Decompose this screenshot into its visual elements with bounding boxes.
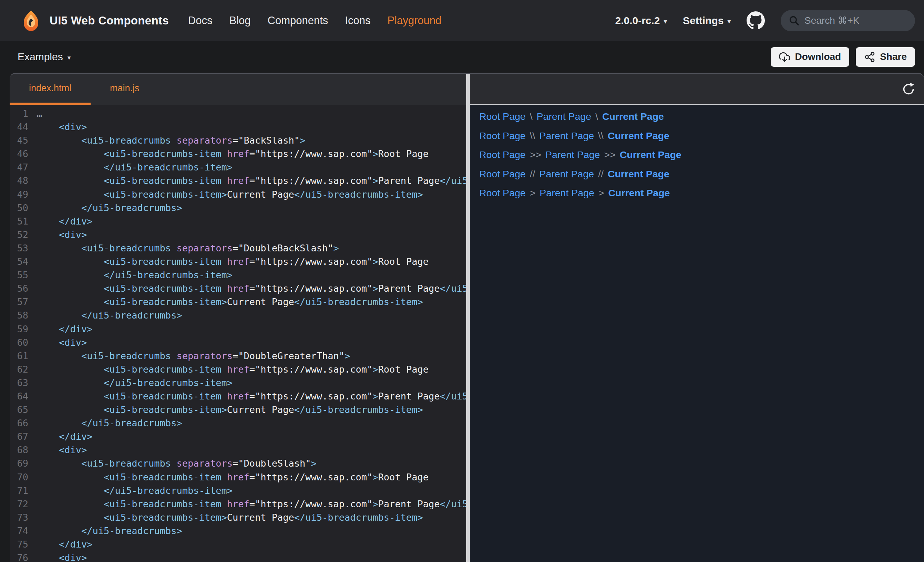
breadcrumb-separator: // <box>598 168 604 180</box>
code-content: <ui5-breadcrumbs-item href="https://www.… <box>36 174 466 187</box>
line-number: 70 <box>10 471 28 484</box>
breadcrumb-current: Current Page <box>602 111 664 122</box>
breadcrumb-link[interactable]: Root Page <box>479 168 526 180</box>
code-token: <ui5-breadcrumbs <box>36 458 176 469</box>
refresh-button[interactable] <box>901 81 916 97</box>
code-token: > <box>372 175 378 186</box>
breadcrumb-link[interactable]: Parent Page <box>540 168 594 180</box>
code-token: </div> <box>36 324 93 334</box>
code-token: href <box>227 256 249 267</box>
code-token: > <box>372 256 378 267</box>
preview-toolbar <box>470 74 924 104</box>
line-number: 72 <box>10 497 28 511</box>
code-content: <ui5-breadcrumbs-item>Current Page</ui5-… <box>36 403 423 416</box>
pane-resizer[interactable] <box>466 74 470 562</box>
breadcrumb-separator: \ <box>596 111 598 122</box>
code-token: </div> <box>36 539 93 550</box>
code-line: 53 <ui5-breadcrumbs separators="DoubleBa… <box>10 241 466 255</box>
phoenix-logo-icon <box>20 10 42 32</box>
version-selector[interactable]: 2.0.0-rc.2 ▾ <box>615 15 667 27</box>
code-line: 1 … <box>10 107 466 120</box>
code-token: separators <box>176 135 232 146</box>
github-link[interactable] <box>747 11 765 30</box>
code-token: </ui5-breadcrumbs> <box>36 526 182 536</box>
code-token: > <box>372 283 378 294</box>
download-cloud-icon <box>779 51 790 63</box>
code-line: 65 <ui5-breadcrumbs-item>Current Page</u… <box>10 403 466 416</box>
code-token: ="https://www.sap.com" <box>249 256 373 267</box>
code-token: Current Page <box>227 297 294 307</box>
share-label: Share <box>880 51 907 62</box>
brand-title: UI5 Web Components <box>50 14 169 27</box>
search-box[interactable] <box>781 10 915 31</box>
code-content: <div> <box>36 120 87 133</box>
main-nav: Docs Blog Components Icons Playground <box>188 15 441 27</box>
nav-link[interactable]: Docs <box>188 15 213 27</box>
line-number: 73 <box>10 511 28 524</box>
code-token: </ui5-breadcrumbs> <box>36 310 182 321</box>
breadcrumb-row: Root Page\\Parent Page\\Current Page <box>479 126 924 146</box>
breadcrumb-separator: >> <box>604 149 615 160</box>
code-content: </ui5-breadcrumbs> <box>36 524 182 538</box>
code-token: </ui5-breadcrumbs-item> <box>294 297 423 307</box>
search-icon <box>788 15 800 26</box>
code-content: … <box>36 107 42 120</box>
code-token: href <box>227 148 249 159</box>
breadcrumb-separator: >> <box>530 149 541 160</box>
code-line: 62 <ui5-breadcrumbs-item href="https://w… <box>10 363 466 376</box>
editor-tab[interactable]: main.js <box>91 74 159 105</box>
examples-menu[interactable]: Examples ▾ <box>18 51 70 63</box>
code-token: </ui5-breadcrumbs-item> <box>294 404 423 415</box>
breadcrumb-link[interactable]: Parent Page <box>537 111 591 122</box>
breadcrumb-link[interactable]: Parent Page <box>540 130 594 142</box>
breadcrumb-link[interactable]: Parent Page <box>545 149 600 160</box>
code-token: ="BackSlash" <box>232 135 300 146</box>
share-button[interactable]: Share <box>856 47 915 67</box>
line-number: 57 <box>10 295 28 309</box>
preview-output: Root Page\Parent Page\Current Page Root … <box>470 105 924 562</box>
code-token: ="https://www.sap.com" <box>249 148 373 159</box>
code-token: <ui5-breadcrumbs-item <box>36 391 227 402</box>
nav-link[interactable]: Blog <box>229 15 250 27</box>
editor-pane: index.html main.js 1 … 44 <div> 45 <box>10 74 466 562</box>
code-token: ="DoubleSlash" <box>232 458 311 469</box>
code-content: </ui5-breadcrumbs> <box>36 201 182 214</box>
code-line: 64 <ui5-breadcrumbs-item href="https://w… <box>10 390 466 403</box>
breadcrumb-link[interactable]: Root Page <box>479 111 526 122</box>
toolbar-actions: Download Share <box>771 47 915 67</box>
code-token: > <box>372 364 378 375</box>
search-input[interactable] <box>804 15 911 26</box>
code-editor[interactable]: 1 … 44 <div> 45 <ui5-breadcrumbs separat… <box>10 105 466 562</box>
nav-link[interactable]: Playground <box>387 15 441 27</box>
code-token: </ui5-breadcrumbs-item> <box>440 283 466 294</box>
share-icon <box>864 51 875 63</box>
refresh-icon <box>902 82 915 96</box>
code-token: href <box>227 364 249 375</box>
code-token: Parent Page <box>378 283 440 294</box>
code-token: <div> <box>36 552 87 562</box>
breadcrumb-link[interactable]: Root Page <box>479 130 526 142</box>
code-line: 76 <div> <box>10 551 466 562</box>
nav-link[interactable]: Icons <box>345 15 370 27</box>
nav-link[interactable]: Components <box>268 15 328 27</box>
editor-tab[interactable]: index.html <box>10 74 91 105</box>
code-token: separators <box>176 458 232 469</box>
breadcrumb-separator: \\ <box>530 130 536 142</box>
settings-menu[interactable]: Settings ▾ <box>683 15 731 27</box>
code-token: <div> <box>36 229 87 240</box>
download-button[interactable]: Download <box>771 47 849 67</box>
code-token: <ui5-breadcrumbs <box>36 351 176 361</box>
code-token: </ui5-breadcrumbs-item> <box>440 499 466 509</box>
breadcrumb-row: Root Page>Parent Page>Current Page <box>479 184 924 203</box>
line-number: 48 <box>10 174 28 187</box>
breadcrumb-link[interactable]: Root Page <box>479 187 526 199</box>
code-token: Current Page <box>227 404 294 415</box>
breadcrumb-link[interactable]: Root Page <box>479 149 526 160</box>
breadcrumb-current: Current Page <box>620 149 681 160</box>
code-content: </div> <box>36 214 93 228</box>
code-token: ="DoubleGreaterThan" <box>232 351 345 361</box>
breadcrumb-link[interactable]: Parent Page <box>540 187 594 199</box>
brand-home-link[interactable]: UI5 Web Components <box>20 10 169 32</box>
examples-label: Examples <box>18 51 63 63</box>
code-token: href <box>227 499 249 509</box>
